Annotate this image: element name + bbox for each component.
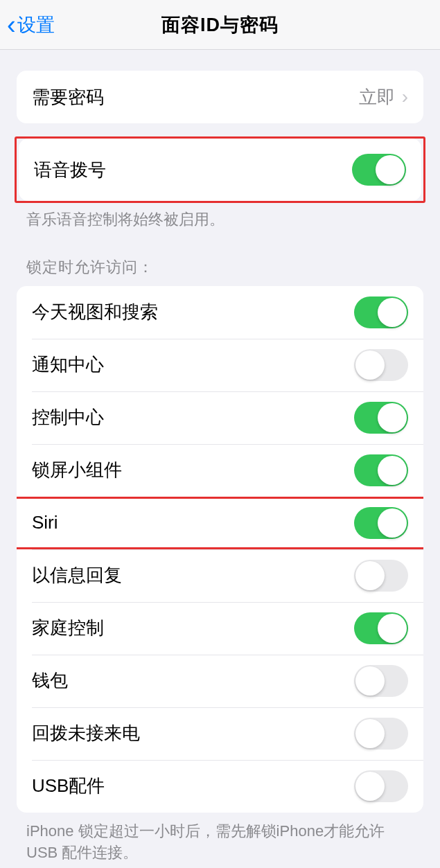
usb-footer: iPhone 锁定超过一小时后，需先解锁iPhone才能允许USB 配件连接。 (0, 813, 440, 864)
wallet-row: 钱包 (17, 655, 423, 707)
control-center-toggle[interactable] (354, 402, 408, 434)
control-center-row: 控制中心 (17, 391, 423, 444)
notification-center-toggle[interactable] (354, 349, 408, 381)
usb-accessories-label: USB配件 (32, 774, 105, 798)
locked-access-header: 锁定时允许访问： (0, 231, 440, 286)
notification-center-row: 通知中心 (17, 339, 423, 391)
callback-toggle[interactable] (354, 718, 408, 750)
voice-dial-toggle[interactable] (352, 154, 406, 186)
voice-dial-row: 语音拨号 (19, 139, 421, 201)
require-passcode-value: 立即 › (359, 85, 408, 109)
usb-accessories-row: USB配件 (17, 760, 423, 813)
today-view-label: 今天视图和搜索 (32, 300, 158, 324)
home-control-label: 家庭控制 (32, 616, 104, 640)
voice-dial-label: 语音拨号 (34, 158, 106, 182)
reply-message-label: 以信息回复 (32, 563, 122, 587)
lockscreen-widgets-row: 锁屏小组件 (17, 444, 423, 497)
voice-dial-highlight: 语音拨号 (15, 136, 425, 203)
back-label: 设置 (17, 12, 55, 37)
chevron-right-icon: › (402, 86, 408, 108)
require-passcode-label: 需要密码 (32, 85, 104, 109)
voice-dial-footer: 音乐语音控制将始终被启用。 (0, 201, 440, 231)
notification-center-label: 通知中心 (32, 353, 104, 377)
siri-toggle[interactable] (354, 507, 408, 539)
control-center-label: 控制中心 (32, 405, 104, 429)
today-view-toggle[interactable] (354, 296, 408, 328)
wallet-toggle[interactable] (354, 665, 408, 697)
page-title: 面容ID与密码 (161, 12, 279, 37)
voice-dial-group: 语音拨号 (19, 139, 421, 201)
home-control-toggle[interactable] (354, 612, 408, 644)
siri-row: Siri (17, 497, 423, 549)
require-passcode-row[interactable]: 需要密码 立即 › (17, 71, 423, 123)
siri-label: Siri (32, 512, 58, 533)
home-control-row: 家庭控制 (17, 602, 423, 655)
usb-accessories-toggle[interactable] (354, 770, 408, 802)
nav-header: ‹ 设置 面容ID与密码 (0, 0, 440, 50)
callback-row: 回拨未接来电 (17, 707, 423, 760)
wallet-label: 钱包 (32, 668, 68, 693)
back-button[interactable]: ‹ 设置 (0, 12, 55, 38)
callback-label: 回拨未接来电 (32, 721, 140, 745)
reply-message-toggle[interactable] (354, 560, 408, 592)
require-passcode-group: 需要密码 立即 › (17, 71, 423, 123)
lockscreen-widgets-toggle[interactable] (354, 454, 408, 486)
lockscreen-widgets-label: 锁屏小组件 (32, 458, 122, 482)
reply-message-row: 以信息回复 (17, 549, 423, 602)
locked-access-group: 今天视图和搜索 通知中心 控制中心 锁屏小组件 Siri 以信息回复 家庭控制 (17, 286, 423, 813)
chevron-left-icon: ‹ (7, 12, 16, 38)
today-view-row: 今天视图和搜索 (17, 286, 423, 339)
